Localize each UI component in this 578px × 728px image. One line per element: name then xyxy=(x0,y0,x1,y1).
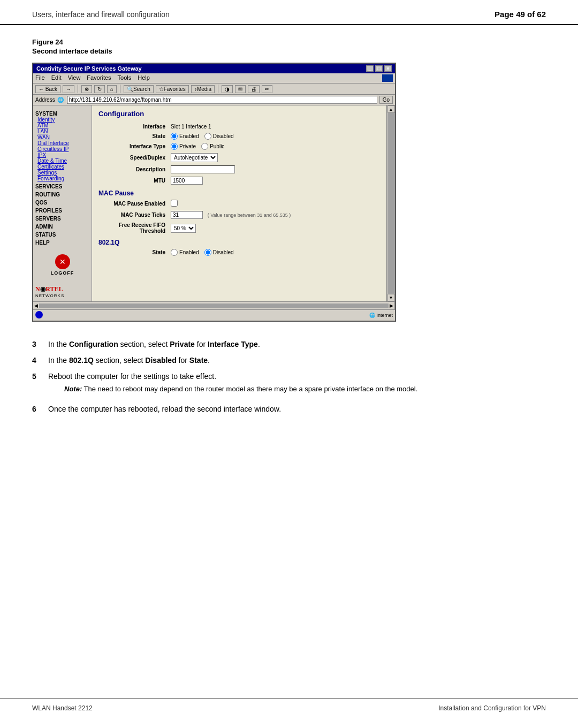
browser-title: Contivity Secure IP Services Gateway xyxy=(36,65,142,72)
mac-pause-ticks-input[interactable] xyxy=(171,211,203,219)
address-input[interactable] xyxy=(67,96,377,104)
browser-toolbar: ← Back → ⊗ ↻ ⌂ 🔍Search ☆Favorites ♪Media… xyxy=(33,84,395,95)
forward-button[interactable]: → xyxy=(63,85,74,93)
go-button[interactable]: Go xyxy=(379,96,393,104)
description-label: Description xyxy=(98,164,168,175)
description-input-cell xyxy=(168,164,380,175)
interface-type-row: Interface Type Private Public xyxy=(98,141,380,151)
description-input[interactable] xyxy=(171,165,235,173)
figure-label: Figure 24 xyxy=(32,38,546,46)
dot1q-enabled-option[interactable]: Enabled xyxy=(171,249,199,256)
browser-titlebar: Contivity Secure IP Services Gateway _ □… xyxy=(33,64,395,73)
state-disabled-radio[interactable] xyxy=(204,133,211,140)
sidebar-section-profiles: PROFILES xyxy=(35,208,89,214)
logoff-label[interactable]: LOGOFF xyxy=(35,270,89,276)
horizontal-scrollbar[interactable]: ◀ ▶ xyxy=(33,302,395,309)
scroll-down-arrow[interactable]: ▼ xyxy=(387,294,395,301)
toolbar-separator xyxy=(78,85,78,93)
stop-button[interactable]: ⊗ xyxy=(81,85,92,93)
type-public-radio[interactable] xyxy=(201,143,208,150)
print-button[interactable]: 🖨 xyxy=(248,85,260,93)
status-icon xyxy=(35,311,43,318)
search-button[interactable]: 🔍Search xyxy=(124,85,154,93)
close-button[interactable]: × xyxy=(384,65,392,72)
browser-window: Contivity Secure IP Services Gateway _ □… xyxy=(32,63,396,322)
sidebar-item-settings[interactable]: Settings xyxy=(37,170,89,176)
vertical-scrollbar[interactable]: ▲ ▼ xyxy=(386,105,395,301)
back-button[interactable]: ← Back xyxy=(35,85,60,93)
minimize-button[interactable]: _ xyxy=(366,65,374,72)
type-public-option[interactable]: Public xyxy=(201,143,224,150)
speed-duplex-row: Speed/Duplex AutoNegotiate xyxy=(98,151,380,164)
state-disabled-option[interactable]: Disabled xyxy=(204,133,234,140)
dot1q-disabled-radio[interactable] xyxy=(204,249,211,256)
dot1q-disabled-option[interactable]: Disabled xyxy=(204,249,234,256)
footer-left: WLAN Handset 2212 xyxy=(32,704,93,712)
sidebar-item-ipx[interactable]: IPX xyxy=(37,152,89,158)
sidebar-logoff: ✕ LOGOFF xyxy=(35,254,89,276)
menu-favorites[interactable]: Favorites xyxy=(87,74,111,82)
scroll-track[interactable] xyxy=(387,113,395,294)
mac-pause-enabled-checkbox[interactable] xyxy=(171,200,178,207)
menu-file[interactable]: File xyxy=(35,74,45,82)
dot1q-state-row: State Enabled Disabled xyxy=(98,247,380,257)
sidebar-item-lan[interactable]: LAN xyxy=(37,128,89,134)
instr-text-4: In the 802.1Q section, select Disabled f… xyxy=(48,356,546,365)
logoff-icon[interactable]: ✕ xyxy=(55,254,70,269)
interface-type-group: Private Public xyxy=(168,141,380,151)
config-table: Interface Slot 1 Interface 1 State Enabl… xyxy=(98,122,380,186)
instructions-section: 3 In the Configuration section, select P… xyxy=(0,331,578,437)
free-receive-select[interactable]: 50 % xyxy=(171,224,196,233)
sidebar-item-identity[interactable]: Identity xyxy=(37,117,89,123)
edit-button[interactable]: ✏ xyxy=(262,85,272,93)
home-button[interactable]: ⌂ xyxy=(107,85,117,93)
speed-duplex-select[interactable]: AutoNegotiate xyxy=(171,153,218,162)
state-row: State Enabled Disabled xyxy=(98,131,380,141)
sidebar-item-certificates[interactable]: Certificates xyxy=(37,164,89,170)
history-button[interactable]: ◑ xyxy=(222,85,233,93)
instr-text-3: In the Configuration section, select Pri… xyxy=(48,340,546,348)
sidebar-section-status: STATUS xyxy=(35,232,89,238)
type-private-radio[interactable] xyxy=(171,143,178,150)
sidebar-logo: N◉RTEL NETWORKS xyxy=(35,285,89,298)
hscroll-track[interactable] xyxy=(39,304,389,308)
sidebar-item-circuitless[interactable]: Circuitless IP xyxy=(37,146,89,152)
speed-duplex-value: AutoNegotiate xyxy=(168,151,380,164)
menu-view[interactable]: View xyxy=(68,74,81,82)
sidebar-item-dial[interactable]: Dial Interface xyxy=(37,140,89,146)
sidebar-section-routing: ROUTING xyxy=(35,192,89,198)
sidebar-item-wan[interactable]: WAN xyxy=(37,134,89,140)
mac-pause-ticks-label: MAC Pause Ticks xyxy=(98,209,168,221)
config-title: Configuration xyxy=(98,110,380,118)
page-header: Users, interface and firewall configurat… xyxy=(0,0,578,25)
status-right: 🌐 Internet xyxy=(369,313,393,318)
address-label: Address xyxy=(35,97,55,103)
mac-pause-enabled-cell xyxy=(168,198,380,209)
instr-num-6: 6 xyxy=(32,405,48,413)
mail-button[interactable]: ✉ xyxy=(235,85,246,93)
sidebar-item-datetime[interactable]: Date & Time xyxy=(37,158,89,164)
titlebar-controls: _ □ × xyxy=(366,65,392,72)
refresh-button[interactable]: ↻ xyxy=(94,85,105,93)
menu-edit[interactable]: Edit xyxy=(51,74,62,82)
favorites-button[interactable]: ☆Favorites xyxy=(156,85,189,93)
dot1q-enabled-radio[interactable] xyxy=(171,249,178,256)
mac-pause-ticks-row: MAC Pause Ticks ( Value range between 31… xyxy=(98,209,380,221)
maximize-button[interactable]: □ xyxy=(375,65,383,72)
instruction-6: 6 Once the computer has rebooted, reload… xyxy=(32,405,546,413)
sidebar-item-atm[interactable]: ATM xyxy=(37,123,89,128)
media-button[interactable]: ♪Media xyxy=(191,85,215,93)
menu-help[interactable]: Help xyxy=(138,74,150,82)
sidebar-section-help: HELP xyxy=(35,240,89,246)
type-private-option[interactable]: Private xyxy=(171,143,196,150)
main-config-panel: Configuration Interface Slot 1 Interface… xyxy=(92,105,386,301)
state-enabled-option[interactable]: Enabled xyxy=(171,133,199,140)
scroll-up-arrow[interactable]: ▲ xyxy=(387,105,395,113)
sidebar-item-forwarding[interactable]: Forwarding xyxy=(37,176,89,181)
figure-section: Figure 24 Second interface details Conti… xyxy=(0,25,578,322)
menu-tools[interactable]: Tools xyxy=(118,74,132,82)
browser-statusbar: 🌐 Internet xyxy=(33,309,395,321)
state-enabled-radio[interactable] xyxy=(171,133,178,140)
mtu-input[interactable] xyxy=(171,177,203,185)
page-footer: WLAN Handset 2212 Installation and Confi… xyxy=(0,699,578,717)
